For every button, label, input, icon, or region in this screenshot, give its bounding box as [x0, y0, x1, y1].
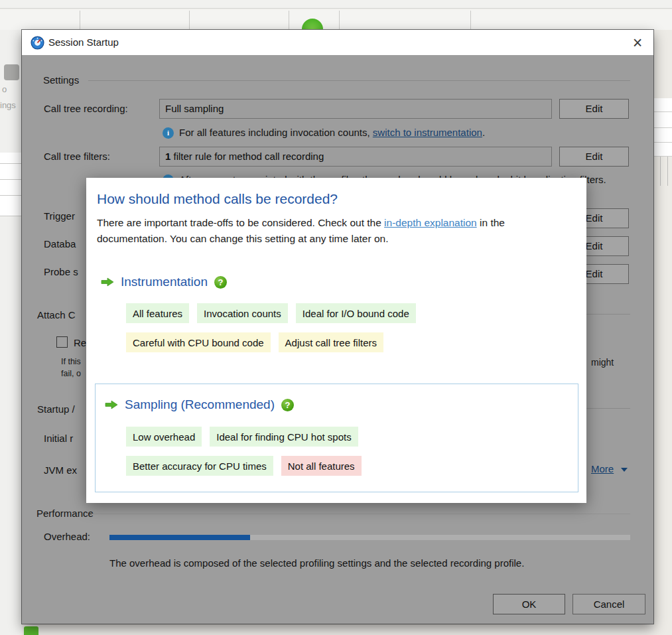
caution-tag: Adjust call tree filters: [279, 332, 383, 352]
toolbar-separator: [289, 11, 289, 30]
feature-tag: Better accuracy for CPU times: [126, 456, 273, 476]
overhead-label: Overhead:: [44, 531, 90, 542]
filters-value: filter rule for method call recording: [170, 151, 324, 162]
dialog-title: Session Startup: [48, 36, 119, 48]
popup-title: How should method calls be recorded?: [97, 191, 338, 207]
overhead-progress-fill: [109, 535, 250, 540]
feature-tag: Invocation counts: [197, 303, 288, 323]
popup-intro-line1: There are important trade-offs to be con…: [97, 215, 505, 231]
bottom-green-icon-fragment: [24, 626, 38, 635]
limitation-tag: Not all features: [281, 456, 362, 476]
settings-section-title: Settings: [43, 74, 79, 86]
background-toolbar: [0, 9, 672, 30]
popup-intro: There are important trade-offs to be con…: [97, 215, 505, 247]
left-toolbar-label-fragment: ings: [0, 100, 16, 110]
table-line: [0, 163, 22, 164]
popup-intro-prefix: There are important trade-offs to be con…: [97, 217, 384, 228]
green-arrow-icon: [105, 400, 118, 409]
call-tree-recording-field[interactable]: Full sampling: [159, 99, 552, 119]
dialog-titlebar: Session Startup ×: [22, 30, 653, 55]
divider: [92, 514, 630, 514]
feature-tag: All features: [126, 303, 189, 323]
chevron-down-icon: [621, 468, 628, 472]
close-icon[interactable]: ×: [626, 33, 649, 52]
instrumentation-tags-row1: All features Invocation counts Ideal for…: [126, 303, 416, 323]
help-icon[interactable]: ?: [214, 276, 227, 289]
popup-intro-mid: in the: [477, 217, 505, 228]
call-tree-recording-label: Call tree recording:: [44, 103, 128, 114]
recording-info-suffix: .: [482, 127, 485, 138]
edit-recording-button[interactable]: Edit: [559, 99, 629, 119]
instrumentation-header: Instrumentation ?: [101, 275, 227, 289]
table-line: [653, 142, 672, 143]
method-recording-popup: How should method calls be recorded? The…: [86, 178, 586, 503]
table-line: [0, 195, 22, 196]
jvm-exit-label-fragment: JVM ex: [44, 464, 77, 476]
info-icon: i: [163, 127, 174, 139]
instrumentation-tags-row2: Careful with CPU bound code Adjust call …: [126, 332, 383, 352]
recording-info-prefix: For all features including invocation co…: [179, 127, 373, 138]
call-tree-filters-label: Call tree filters:: [44, 151, 110, 162]
overhead-caption: The overhead is composed of the selected…: [109, 557, 524, 569]
call-tree-recording-value: Full sampling: [165, 103, 224, 114]
more-link[interactable]: More: [591, 463, 614, 474]
toolbar-separator: [189, 11, 190, 30]
feature-tag: Low overhead: [126, 427, 202, 447]
in-depth-explanation-link[interactable]: in-depth explanation: [384, 217, 477, 228]
recording-info-text: For all features including invocation co…: [179, 127, 485, 138]
background-top-strip: [0, 0, 672, 9]
attach-note-line2-fragment: fail, o: [61, 369, 81, 378]
probe-settings-label-fragment: Probe s: [44, 266, 78, 277]
table-line: [653, 111, 672, 112]
background-left-strip: o ings: [0, 30, 22, 635]
call-tree-filters-field[interactable]: 1 filter rule for method call recording: [159, 147, 552, 167]
feature-tag: Ideal for I/O bound code: [296, 303, 416, 323]
table-column-line: [667, 157, 668, 186]
caution-tag: Careful with CPU bound code: [126, 332, 271, 352]
instrumentation-title: Instrumentation: [121, 275, 208, 289]
triggers-label-fragment: Trigger: [44, 210, 75, 222]
green-arrow-icon: [101, 277, 114, 287]
background-left-table-rows: [0, 153, 22, 216]
record-checkbox[interactable]: [56, 336, 68, 348]
table-line: [0, 216, 22, 216]
background-right-table-rows: [653, 98, 672, 157]
performance-section-title: Performance: [36, 508, 94, 519]
sampling-title: Sampling (Recommended): [125, 397, 275, 412]
toolbar-separator: [339, 11, 340, 30]
cancel-button[interactable]: Cancel: [572, 594, 645, 614]
overhead-progress-track: [109, 535, 630, 540]
startup-section-title-fragment: Startup /: [37, 403, 75, 415]
attach-section-title-fragment: Attach C: [37, 309, 76, 320]
popup-intro-line2: documentation. You can change this setti…: [97, 231, 505, 247]
sampling-box: Sampling (Recommended) ? Low overhead Id…: [95, 384, 578, 492]
table-line: [653, 127, 672, 128]
database-label-fragment: Databa: [44, 238, 76, 249]
table-line: [0, 179, 22, 180]
divider: [88, 80, 630, 81]
sampling-tags-row2: Better accuracy for CPU times Not all fe…: [126, 456, 362, 476]
table-line: [653, 156, 672, 157]
toolbar-separator: [80, 11, 80, 30]
feature-tag: Ideal for finding CPU hot spots: [210, 427, 358, 447]
switch-to-instrumentation-link[interactable]: switch to instrumentation: [373, 127, 482, 138]
toolbar-separator: [470, 11, 471, 30]
screen: o ings Session Startup ×: [0, 0, 672, 635]
attach-note-line1-fragment: If this: [61, 357, 81, 366]
ok-button[interactable]: OK: [493, 594, 565, 614]
help-icon[interactable]: ?: [281, 399, 294, 411]
sampling-tags-row1: Low overhead Ideal for finding CPU hot s…: [126, 427, 358, 447]
attach-note-right-fragment: might: [591, 357, 614, 368]
initial-recording-label-fragment: Initial r: [44, 433, 73, 444]
table-column-line: [660, 157, 661, 186]
left-toolbar-icon-fragment: [4, 64, 19, 80]
sampling-header: Sampling (Recommended) ?: [105, 397, 294, 412]
edit-filters-button[interactable]: Edit: [559, 147, 629, 167]
jprofiler-gauge-icon: [31, 36, 44, 50]
left-toolbar-label-fragment: o: [2, 84, 7, 94]
